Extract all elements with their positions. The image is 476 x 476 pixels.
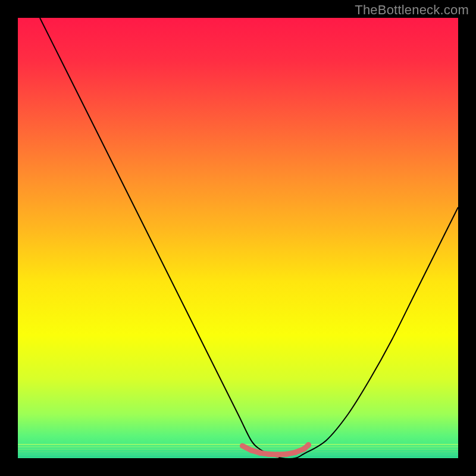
watermark-text: TheBottleneck.com	[355, 2, 469, 18]
gradient-background	[18, 18, 458, 458]
bottom-stripe	[18, 446, 458, 447]
bottom-stripe	[18, 456, 458, 457]
valley-marker-dot	[293, 450, 298, 455]
bottom-stripe	[18, 451, 458, 452]
chart-svg	[18, 18, 458, 458]
valley-marker-dot	[249, 447, 254, 453]
valley-marker-dot	[257, 450, 262, 455]
chart-frame: TheBottleneck.com	[0, 0, 476, 476]
bottom-stripe	[18, 444, 458, 445]
valley-marker-dot	[275, 452, 280, 457]
valley-marker-dot	[266, 452, 271, 457]
bottom-stripe	[18, 453, 458, 455]
valley-marker-dot	[306, 442, 311, 447]
plot-area	[18, 18, 458, 458]
bottom-stripe	[18, 449, 458, 450]
valley-marker-dot	[284, 452, 289, 457]
valley-marker-dot	[301, 446, 306, 452]
